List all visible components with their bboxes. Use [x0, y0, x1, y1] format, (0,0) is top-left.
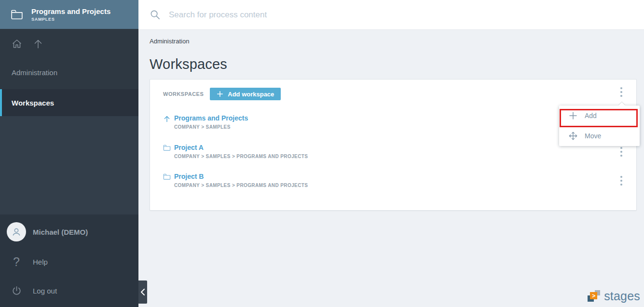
menu-item-move[interactable]: Move: [559, 126, 640, 146]
sidebar: Programs and Projects SAMPLES Administra…: [0, 0, 138, 307]
menu-item-label: Add: [585, 112, 597, 120]
workspace-link[interactable]: Project B: [174, 173, 308, 180]
workspace-path: COMPANY > SAMPLES: [174, 124, 248, 130]
up-arrow-icon: [163, 114, 171, 130]
help-icon: ?: [7, 256, 26, 268]
workspace-list-item: Programs and Projects COMPANY > SAMPLES: [163, 114, 248, 130]
stages-logo-icon: >: [588, 290, 601, 303]
workspace-link[interactable]: Programs and Projects: [174, 114, 248, 122]
search-icon[interactable]: [150, 9, 161, 20]
kebab-menu-icon[interactable]: [616, 146, 627, 158]
workspace-path: COMPANY > SAMPLES > PROGRAMS AND PROJECT…: [174, 154, 308, 159]
kebab-menu-icon[interactable]: [616, 175, 627, 187]
menu-item-add[interactable]: Add: [559, 106, 640, 126]
folder-icon: [163, 144, 171, 159]
home-icon[interactable]: [11, 38, 23, 50]
sidebar-collapse-button[interactable]: [138, 280, 147, 304]
avatar: [7, 222, 26, 241]
workspace-path: COMPANY > SAMPLES > PROGRAMS AND PROJECT…: [174, 183, 308, 188]
sidebar-top-zone: Administration: [0, 29, 138, 89]
move-icon: [569, 132, 577, 140]
power-icon: [7, 285, 26, 296]
sidebar-bottom-zone: Michael (DEMO) ? Help Log out: [0, 214, 138, 307]
sidebar-item-label: Workspaces: [12, 99, 54, 107]
current-workspace-header[interactable]: Programs and Projects SAMPLES: [0, 0, 138, 29]
page-title: Workspaces: [150, 56, 644, 72]
logo-chevron-icon: >: [590, 292, 597, 299]
user-menu[interactable]: Michael (DEMO): [7, 222, 88, 241]
kebab-menu-icon[interactable]: [616, 86, 627, 98]
help-button[interactable]: ? Help: [7, 255, 48, 268]
menu-item-label: Move: [585, 132, 601, 140]
card-section-label: WORKSPACES: [163, 91, 204, 97]
folder-icon: [163, 173, 171, 188]
search-input[interactable]: [168, 10, 411, 20]
workspace-subtitle: SAMPLES: [31, 17, 110, 22]
up-level-icon[interactable]: [32, 38, 44, 50]
sidebar-item-workspaces[interactable]: Workspaces: [0, 89, 138, 116]
plus-icon: [569, 111, 577, 120]
user-name: Michael (DEMO): [33, 228, 88, 236]
stages-logo: > stages: [588, 289, 640, 303]
logout-label: Log out: [33, 287, 57, 295]
add-workspace-button[interactable]: Add workspace: [210, 88, 281, 100]
workspace-list-item: Project B COMPANY > SAMPLES > PROGRAMS A…: [163, 173, 308, 188]
sidebar-item-administration[interactable]: Administration: [12, 68, 57, 77]
help-label: Help: [33, 258, 48, 266]
folder-icon: [11, 9, 23, 20]
chevron-left-icon: [140, 289, 145, 295]
logout-button[interactable]: Log out: [7, 284, 57, 297]
stages-logo-text: stages: [604, 289, 640, 303]
main-area: Administration Workspaces WORKSPACES Add…: [138, 0, 644, 307]
add-workspace-label: Add workspace: [228, 91, 274, 98]
context-menu: Add Move: [559, 106, 640, 146]
search-bar: [138, 0, 644, 30]
workspace-list-item: Project A COMPANY > SAMPLES > PROGRAMS A…: [163, 144, 308, 159]
plus-icon: [217, 91, 223, 97]
workspace-link[interactable]: Project A: [174, 144, 308, 151]
breadcrumb[interactable]: Administration: [150, 38, 644, 45]
workspace-title: Programs and Projects: [31, 7, 110, 16]
content-area: Administration Workspaces WORKSPACES Add…: [138, 30, 644, 307]
